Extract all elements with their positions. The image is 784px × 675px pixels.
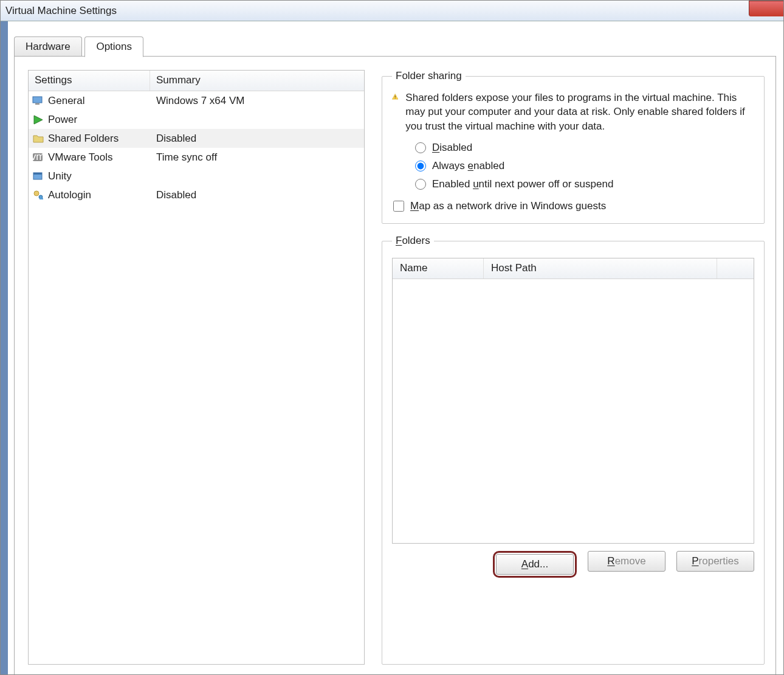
svg-marker-2 [34,116,43,124]
warning-icon [392,91,398,105]
vm-settings-window: Virtual Machine Settings Hardware Option… [0,0,784,675]
radio-disabled-label: isabled [439,142,472,153]
svg-point-7 [34,191,39,196]
radio-always-enabled[interactable]: Always enabled [415,160,754,172]
tabstrip: Hardware Options Settings Summary [14,36,783,675]
sharing-mode-radios: Disabled Always enabled Enabled until ne… [415,142,754,190]
folders-list-header: Name Host Path [393,258,754,279]
folders-list[interactable]: Name Host Path [392,258,754,544]
tab-options[interactable]: Options [84,36,143,57]
folder-sharing-legend: Folder sharing [392,70,466,82]
column-header-name[interactable]: Name [393,258,484,279]
folders-group: Folders Name Host Path [382,235,765,665]
list-item-power[interactable]: Power [29,110,364,129]
settings-list: Settings Summary General [28,70,365,665]
list-item-summary: Time sync off [150,151,364,164]
radio-enabled-until-input[interactable] [415,179,426,190]
list-item-summary: Disabled [150,189,364,201]
svg-rect-9 [40,198,43,199]
play-icon [32,114,44,125]
list-item-vmware-tools[interactable]: vm VMware Tools Time sync off [29,148,364,167]
column-header-extra[interactable] [717,258,754,279]
close-button[interactable] [749,1,784,16]
list-item-shared-folders[interactable]: Shared Folders Disabled [29,129,364,148]
checkbox-map-network-drive[interactable]: Map as a network drive in Windows guests [393,200,754,212]
radio-enabled-until[interactable]: Enabled until next power off or suspend [415,178,754,190]
tab-hardware[interactable]: Hardware [14,36,82,57]
list-item-label: General [48,95,84,107]
radio-disabled-input[interactable] [415,142,426,153]
tab-panel-options: Settings Summary General [14,56,776,675]
svg-rect-6 [33,173,42,175]
folder-sharing-warning: Shared folders expose your files to prog… [405,91,754,133]
list-item-label: Unity [48,170,72,182]
folders-button-row: Add... Remove Properties [392,551,754,578]
list-item-unity[interactable]: Unity [29,167,364,185]
list-item-label: VMware Tools [48,151,112,164]
list-item-label: Shared Folders [48,133,119,145]
list-item-summary: Disabled [150,133,364,145]
properties-button[interactable]: Properties [676,551,754,572]
titlebar: Virtual Machine Settings [1,1,783,21]
window-icon [32,171,44,182]
left-border-stripe [1,21,8,674]
column-header-settings[interactable]: Settings [29,71,150,91]
list-item-summary: Windows 7 x64 VM [150,95,364,107]
window-title: Virtual Machine Settings [5,5,117,17]
add-button[interactable]: Add... [496,554,574,575]
folder-sharing-group: Folder sharing Shared folders expose you… [382,70,765,224]
radio-disabled[interactable]: Disabled [415,142,754,154]
radio-always-enabled-input[interactable] [415,161,426,171]
column-header-summary[interactable]: Summary [150,71,364,91]
folder-icon [32,133,44,144]
svg-text:vm: vm [32,152,44,162]
svg-rect-0 [33,97,42,103]
vm-box-icon: vm [32,152,44,163]
list-item-label: Autologin [48,189,91,201]
column-header-host-path[interactable]: Host Path [484,258,717,279]
monitor-icon [32,95,44,106]
user-key-icon [32,190,44,201]
list-item-autologin[interactable]: Autologin Disabled [29,185,364,204]
checkbox-map-network-drive-input[interactable] [393,201,404,212]
settings-list-header: Settings Summary [29,71,364,91]
remove-button[interactable]: Remove [588,551,665,572]
svg-rect-11 [395,96,396,98]
list-item-general[interactable]: General Windows 7 x64 VM [29,91,364,110]
folders-legend: Folders [392,235,434,247]
detail-pane: Folder sharing Shared folders expose you… [382,70,765,665]
svg-rect-1 [35,103,40,105]
add-button-highlight: Add... [493,551,577,578]
settings-list-rows: General Windows 7 x64 VM Power [29,91,364,664]
list-item-label: Power [48,114,77,126]
svg-rect-12 [395,99,396,99]
folders-list-body [393,279,754,543]
client-area: Hardware Options Settings Summary [1,21,783,674]
